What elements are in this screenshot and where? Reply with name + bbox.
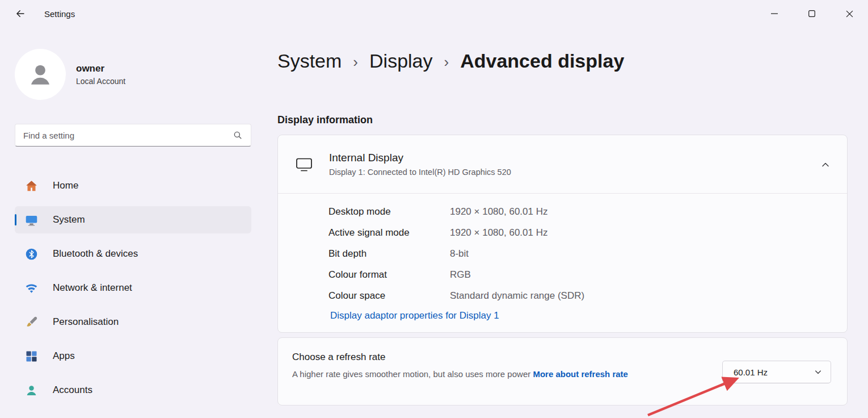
breadcrumb: System › Display › Advanced display (277, 50, 624, 72)
close-button[interactable] (831, 0, 868, 27)
refresh-rate-description: A higher rate gives smoother motion, but… (292, 367, 686, 381)
sidebar-item-label: Home (53, 180, 78, 191)
refresh-rate-title: Choose a refresh rate (292, 352, 689, 363)
sidebar-item-label: System (53, 214, 85, 225)
detail-value: Standard dynamic range (SDR) (450, 290, 584, 302)
accounts-icon (25, 384, 38, 397)
refresh-rate-description-text: A higher rate gives smoother motion, but… (292, 369, 530, 379)
window-controls (756, 0, 868, 27)
personalisation-icon (25, 316, 38, 329)
sidebar-item-label: Accounts (53, 384, 92, 396)
detail-value: RGB (450, 269, 471, 281)
system-icon (25, 214, 38, 227)
sidebar-nav: Home System Bluetooth & devices Network … (15, 172, 251, 411)
section-title: Display information (277, 114, 373, 126)
chevron-right-icon: › (444, 53, 449, 71)
detail-row-colour-format: Colour format RGB (328, 264, 824, 285)
sidebar-item-label: Network & internet (53, 282, 132, 294)
sidebar-item-label: Bluetooth & devices (53, 248, 138, 260)
avatar (15, 49, 66, 100)
detail-label: Desktop mode (328, 206, 450, 218)
window-title: Settings (44, 9, 75, 19)
detail-label: Colour space (328, 290, 450, 302)
search-box (15, 124, 251, 147)
detail-label: Colour format (328, 269, 450, 281)
display-adapter-properties-link[interactable]: Display adaptor properties for Display 1 (328, 310, 499, 321)
minimize-icon (771, 10, 778, 17)
sidebar-item-label: Personalisation (53, 316, 119, 328)
display-card-subtitle: Display 1: Connected to Intel(R) HD Grap… (329, 168, 511, 177)
sidebar: owner Local Account Home System (0, 27, 267, 418)
chevron-right-icon: › (353, 53, 358, 71)
main-content: System › Display › Advanced display Disp… (277, 27, 848, 418)
monitor-icon (296, 157, 313, 172)
search-input[interactable] (15, 131, 233, 140)
sidebar-item-apps[interactable]: Apps (15, 342, 251, 370)
user-name: owner (76, 63, 125, 74)
detail-row-active-signal-mode: Active signal mode 1920 × 1080, 60.01 Hz (328, 222, 824, 243)
display-info-card: Internal Display Display 1: Connected to… (277, 135, 848, 333)
detail-row-desktop-mode: Desktop mode 1920 × 1080, 60.01 Hz (328, 201, 824, 222)
display-details: Desktop mode 1920 × 1080, 60.01 Hz Activ… (328, 201, 824, 321)
sidebar-item-network[interactable]: Network & internet (15, 274, 251, 302)
detail-row-colour-space: Colour space Standard dynamic range (SDR… (328, 285, 824, 306)
minimize-button[interactable] (756, 0, 793, 27)
detail-value: 1920 × 1080, 60.01 Hz (450, 227, 548, 239)
sidebar-item-personalisation[interactable]: Personalisation (15, 308, 251, 336)
chevron-up-icon (821, 160, 830, 169)
bluetooth-icon (25, 248, 38, 261)
network-icon (25, 282, 38, 295)
sidebar-item-label: Apps (53, 350, 75, 362)
sidebar-item-system[interactable]: System (15, 206, 251, 233)
chevron-down-icon (814, 368, 822, 376)
apps-icon (25, 350, 38, 363)
home-icon (25, 179, 38, 193)
page-title: Advanced display (460, 50, 624, 72)
titlebar: Settings (0, 0, 868, 27)
more-about-refresh-rate-link[interactable]: More about refresh rate (533, 369, 628, 379)
detail-value: 1920 × 1080, 60.01 Hz (450, 206, 548, 218)
sidebar-item-bluetooth[interactable]: Bluetooth & devices (15, 240, 251, 267)
refresh-rate-card: Choose a refresh rate A higher rate give… (277, 337, 848, 406)
user-account-type: Local Account (76, 77, 125, 86)
breadcrumb-system[interactable]: System (277, 50, 342, 72)
detail-value: 8-bit (450, 248, 469, 260)
detail-label: Active signal mode (328, 227, 450, 239)
maximize-icon (808, 10, 815, 17)
refresh-rate-text: Choose a refresh rate A higher rate give… (292, 352, 689, 381)
arrow-left-icon (15, 9, 26, 19)
sidebar-item-home[interactable]: Home (15, 172, 251, 199)
detail-label: Bit depth (328, 248, 450, 260)
display-card-titles: Internal Display Display 1: Connected to… (329, 152, 511, 177)
sidebar-item-accounts[interactable]: Accounts (15, 377, 251, 404)
search-icon (233, 130, 243, 140)
display-card-title: Internal Display (329, 152, 511, 164)
maximize-button[interactable] (793, 0, 831, 27)
display-expander-header[interactable]: Internal Display Display 1: Connected to… (278, 135, 847, 194)
user-info: owner Local Account (76, 63, 125, 86)
refresh-rate-value: 60.01 Hz (734, 367, 768, 377)
refresh-rate-dropdown[interactable]: 60.01 Hz (722, 361, 831, 383)
detail-row-bit-depth: Bit depth 8-bit (328, 243, 824, 264)
back-button[interactable] (11, 5, 30, 23)
settings-window: Settings (0, 0, 868, 418)
user-profile[interactable]: owner Local Account (15, 49, 125, 100)
close-icon (846, 10, 853, 18)
breadcrumb-display[interactable]: Display (369, 50, 432, 72)
